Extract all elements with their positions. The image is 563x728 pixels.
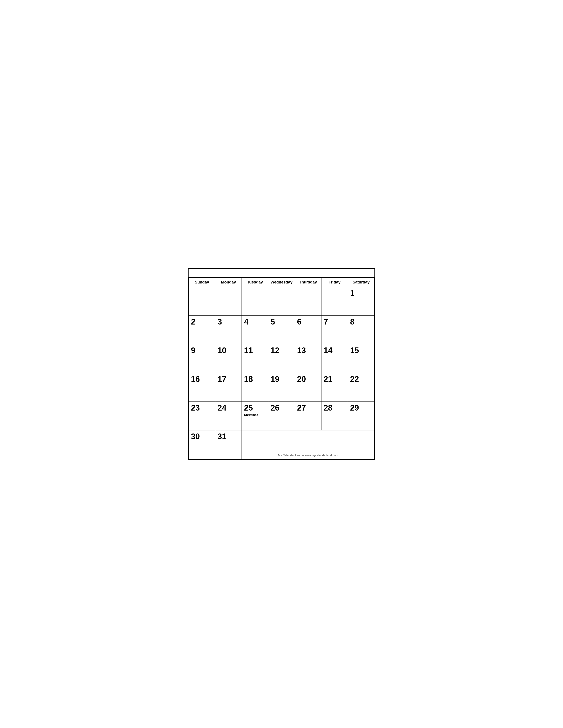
calendar-cell: 24 xyxy=(215,402,242,430)
calendar-cell: 28 xyxy=(321,402,348,430)
day-number: 29 xyxy=(350,403,372,412)
calendar-cell: 30 xyxy=(189,430,215,459)
weekday-header: Wednesday xyxy=(268,278,295,287)
day-number: 4 xyxy=(244,317,266,326)
day-number: 28 xyxy=(324,403,346,412)
day-number: 31 xyxy=(217,432,239,441)
calendar-week-row: 1 xyxy=(189,287,375,316)
day-number: 3 xyxy=(217,317,239,326)
day-number: 19 xyxy=(270,375,292,384)
calendar-cell: 2 xyxy=(189,316,215,344)
calendar-cell: 3 xyxy=(215,316,242,344)
calendar-container: SundayMondayTuesdayWednesdayThursdayFrid… xyxy=(188,268,375,460)
calendar-cell: 12 xyxy=(268,344,295,373)
calendar-cell: 17 xyxy=(215,373,242,402)
calendar-cell: 11 xyxy=(242,344,268,373)
day-number: 20 xyxy=(297,375,319,384)
day-number: 17 xyxy=(217,375,239,384)
weekday-header: Monday xyxy=(215,278,242,287)
calendar-cell: 26 xyxy=(268,402,295,430)
calendar-cell: 15 xyxy=(348,344,374,373)
days-of-week-row: SundayMondayTuesdayWednesdayThursdayFrid… xyxy=(189,278,375,287)
calendar-cell xyxy=(242,287,268,316)
calendar-cell: 31 xyxy=(215,430,242,459)
day-number: 7 xyxy=(324,317,346,326)
weekday-header: Thursday xyxy=(295,278,321,287)
weekday-header: Saturday xyxy=(348,278,374,287)
calendar-cell: 13 xyxy=(295,344,321,373)
calendar-cell: 6 xyxy=(295,316,321,344)
day-number: 2 xyxy=(191,317,213,326)
calendar-cell: 19 xyxy=(268,373,295,402)
calendar-week-row: 16171819202122 xyxy=(189,373,375,402)
day-number: 21 xyxy=(324,375,346,384)
day-number: 5 xyxy=(270,317,292,326)
day-number: 15 xyxy=(350,346,372,355)
day-number: 16 xyxy=(191,375,213,384)
calendar-week-row: 2345678 xyxy=(189,316,375,344)
calendar-cell: 10 xyxy=(215,344,242,373)
day-number: 11 xyxy=(244,346,266,355)
calendar-week-row: 232425Christmas26272829 xyxy=(189,402,375,430)
day-event: Christmas xyxy=(244,413,266,417)
calendar-cell: 16 xyxy=(189,373,215,402)
calendar-cell: 8 xyxy=(348,316,374,344)
calendar-cell: 20 xyxy=(295,373,321,402)
day-number: 23 xyxy=(191,403,213,412)
calendar-cell: 4 xyxy=(242,316,268,344)
day-number: 27 xyxy=(297,403,319,412)
calendar-cell: 14 xyxy=(321,344,348,373)
calendar-cell: 22 xyxy=(348,373,374,402)
calendar-title xyxy=(188,269,375,278)
day-number: 18 xyxy=(244,375,266,384)
calendar-footer: My Calendar Land – www.mycalendarland.co… xyxy=(278,454,338,457)
calendar-cell: 25Christmas xyxy=(242,402,268,430)
day-number: 1 xyxy=(350,289,372,298)
calendar-cell: 23 xyxy=(189,402,215,430)
day-number: 30 xyxy=(191,432,213,441)
calendar-cell xyxy=(215,287,242,316)
calendar-grid: SundayMondayTuesdayWednesdayThursdayFrid… xyxy=(188,278,375,459)
weekday-header: Tuesday xyxy=(242,278,268,287)
day-number: 22 xyxy=(350,375,372,384)
calendar-cell xyxy=(268,287,295,316)
weekday-header: Friday xyxy=(321,278,348,287)
calendar-cell xyxy=(189,287,215,316)
calendar-cell: 18 xyxy=(242,373,268,402)
day-number: 10 xyxy=(217,346,239,355)
calendar-week-row: 9101112131415 xyxy=(189,344,375,373)
day-number: 12 xyxy=(270,346,292,355)
day-number: 26 xyxy=(270,403,292,412)
day-number: 6 xyxy=(297,317,319,326)
calendar-week-row: 3031My Calendar Land – www.mycalendarlan… xyxy=(189,430,375,459)
calendar-cell: 1 xyxy=(348,287,374,316)
calendar-cell xyxy=(295,287,321,316)
day-number: 13 xyxy=(297,346,319,355)
day-number: 24 xyxy=(217,403,239,412)
calendar-cell: 21 xyxy=(321,373,348,402)
footer-cell: My Calendar Land – www.mycalendarland.co… xyxy=(242,430,375,459)
calendar-cell: 7 xyxy=(321,316,348,344)
day-number: 14 xyxy=(324,346,346,355)
calendar-cell: 29 xyxy=(348,402,374,430)
calendar-cell: 5 xyxy=(268,316,295,344)
day-number: 25 xyxy=(244,403,266,412)
day-number: 8 xyxy=(350,317,372,326)
calendar-cell xyxy=(321,287,348,316)
calendar-cell: 9 xyxy=(189,344,215,373)
calendar-cell: 27 xyxy=(295,402,321,430)
weekday-header: Sunday xyxy=(189,278,215,287)
day-number: 9 xyxy=(191,346,213,355)
